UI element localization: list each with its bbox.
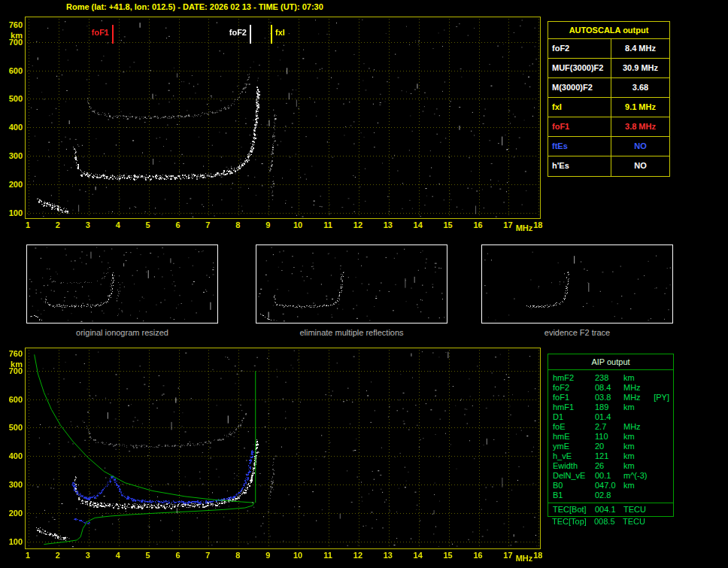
aip-row-label: DelN_vE — [548, 471, 595, 481]
autoscala-rows: foF28.4 MHzMUF(3000)F230.9 MHzM(3000)F23… — [548, 39, 669, 176]
thumbnail-multiples-removed-canvas — [256, 245, 447, 323]
x-tick-label: 9 — [265, 551, 270, 560]
thumbnail-original-ionogram — [26, 245, 218, 323]
aip-row: TEC[Top]008.5TECU — [548, 517, 674, 527]
autoscala-header: AUTOSCALA output — [548, 22, 669, 39]
aip-row-value: 01.4 — [595, 412, 623, 422]
aip-row: B102.8 — [548, 491, 673, 500]
autoscala-row-value: 9.1 MHz — [611, 98, 669, 117]
x-tick-label: 11 — [323, 551, 332, 560]
aip-row-note — [654, 451, 673, 461]
aip-row-note: [PY] — [654, 393, 673, 402]
y-tick-label: 500 — [2, 94, 23, 103]
aip-row-label: foF2 — [548, 383, 595, 393]
x-tick-label: 14 — [414, 220, 423, 229]
x-tick-label: 6 — [175, 220, 180, 229]
aip-row-note — [654, 432, 673, 442]
y-tick-label: 600 — [2, 395, 23, 404]
x-tick-label: 15 — [443, 220, 452, 229]
aip-row-label: foF1 — [548, 393, 595, 402]
aip-row-value: 20 — [595, 442, 623, 451]
x-tick-label: 5 — [146, 220, 150, 229]
aip-row-value: 02.8 — [595, 491, 623, 500]
aip-row-value: 00.1 — [595, 471, 623, 481]
y-tick-label: 500 — [2, 423, 23, 432]
aip-row-label: foE — [548, 422, 595, 432]
aip-row: hmF2238km — [548, 373, 673, 383]
aip-extra-rows: TEC[Top]008.5TECU — [548, 517, 674, 527]
aip-row: ymE20km — [548, 442, 673, 451]
thumbnail-f2-trace-canvas — [482, 245, 672, 323]
y-tick-label: 760 — [2, 349, 23, 358]
x-tick-label: 7 — [205, 220, 210, 229]
x-tick-label: 16 — [473, 551, 482, 560]
autoscala-row-value: 3.8 MHz — [611, 117, 669, 136]
aip-row-value: 2.7 — [595, 422, 623, 432]
x-tick-label: 3 — [86, 220, 90, 229]
aip-row-label: TEC[Bot] — [548, 505, 595, 515]
y-tick-label: 400 — [2, 123, 23, 132]
aip-row-value: 238 — [595, 373, 623, 383]
y-tick-label: 600 — [2, 66, 23, 75]
restored-ionogram-canvas — [26, 348, 540, 548]
aip-row-value: 110 — [595, 432, 623, 442]
aip-row-label: Ewidth — [548, 461, 595, 471]
x-tick-label: 5 — [146, 551, 150, 560]
aip-row-value: 189 — [595, 402, 623, 412]
x-tick-label: 18 — [533, 551, 542, 560]
y-tick-label: 300 — [2, 480, 23, 489]
autoscala-screen: Rome (lat: +41.8, lon: 012.5) - DATE: 20… — [0, 0, 728, 568]
aip-row-note — [654, 402, 673, 412]
aip-row-note — [654, 505, 673, 515]
y-tick-label: 100 — [2, 537, 23, 546]
aip-row-unit — [623, 491, 654, 500]
aip-row-value: 26 — [595, 461, 623, 471]
main-ionogram-plot: foF1foF2fxI — [25, 17, 541, 219]
aip-row-note — [654, 373, 673, 383]
x-tick-label: 4 — [116, 220, 120, 229]
thumbnail-caption-original: original ionogram resized — [26, 328, 218, 337]
aip-row-note — [654, 491, 673, 500]
aip-row-note — [653, 517, 674, 527]
x-tick-label: 13 — [384, 220, 393, 229]
aip-row-note — [654, 471, 673, 481]
aip-row-label: TEC[Top] — [548, 517, 594, 527]
autoscala-row-value: NO — [611, 137, 669, 156]
x-tick-label: 14 — [414, 551, 423, 560]
x-tick-label: 13 — [384, 551, 393, 560]
aip-row: h_vE121km — [548, 451, 673, 461]
aip-row-value: 004.1 — [595, 505, 623, 515]
aip-row-unit: m^(-3) — [623, 471, 654, 481]
x-axis-unit: MHz — [516, 223, 533, 232]
x-tick-label: 2 — [56, 551, 60, 560]
x-tick-label: 17 — [503, 551, 512, 560]
thumbnail-original-canvas — [27, 245, 217, 323]
x-tick-label: 9 — [265, 220, 270, 229]
autoscala-row-label: foF2 — [548, 39, 611, 58]
aip-row-label: hmF1 — [548, 402, 595, 412]
aip-row: foE2.7MHz — [548, 422, 673, 432]
aip-row: Ewidth26km — [548, 461, 673, 471]
y-tick-label: 200 — [2, 509, 23, 518]
aip-row-unit: km — [623, 461, 654, 471]
page-title: Rome (lat: +41.8, lon: 012.5) - DATE: 20… — [66, 2, 323, 11]
autoscala-row-label: h'Es — [548, 156, 611, 176]
aip-row: TEC[Bot]004.1TECU — [548, 503, 673, 515]
x-tick-label: 6 — [175, 551, 180, 560]
aip-row-unit: km — [623, 432, 654, 442]
aip-row-note — [654, 481, 673, 491]
restored-ionogram-plot — [25, 348, 541, 549]
y-axis-unit: km — [2, 31, 23, 40]
aip-row-value: 008.5 — [594, 517, 623, 527]
aip-row-label: D1 — [548, 412, 595, 422]
autoscala-output-table: AUTOSCALA output foF28.4 MHzMUF(3000)F23… — [548, 21, 670, 177]
aip-row-value: 121 — [595, 451, 623, 461]
autoscala-row: foF28.4 MHz — [548, 39, 669, 59]
aip-row-unit: km — [623, 481, 654, 491]
aip-row-value: 08.4 — [595, 383, 623, 393]
y-axis-unit: km — [2, 360, 23, 369]
x-tick-label: 8 — [235, 551, 240, 560]
aip-row-label: B1 — [548, 491, 595, 500]
autoscala-row: h'EsNO — [548, 156, 669, 176]
x-axis-unit: MHz — [516, 554, 533, 563]
